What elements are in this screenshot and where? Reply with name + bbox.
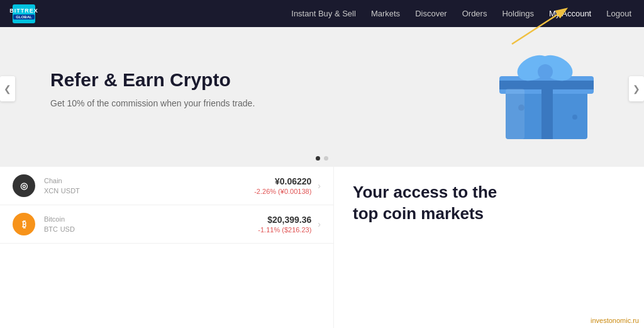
banner-prev-button[interactable]: ❮ (0, 76, 15, 101)
btc-name: Bitcoin (44, 215, 258, 223)
carousel-dots (0, 150, 644, 167)
xcn-price-area: ¥0.06220 -2.26% (¥0.00138) (254, 176, 311, 195)
svg-point-8 (538, 64, 553, 79)
right-panel: Your access to thetop coin markets (333, 167, 644, 328)
nav-discover[interactable]: Discover (415, 9, 447, 18)
logo-badge: GLOBAL (13, 14, 34, 20)
gift-illustration (480, 35, 606, 142)
xcn-name: Chain (44, 177, 254, 184)
btc-change: -1.11% ($216.23) (258, 226, 311, 234)
navbar: BITTREX GLOBAL Instant Buy & Sell Market… (0, 0, 644, 27)
dot-1[interactable] (316, 156, 320, 161)
btc-price: $20,399.36 (258, 215, 311, 225)
xcn-change: -2.26% (¥0.00138) (254, 188, 311, 195)
svg-rect-11 (506, 89, 525, 139)
xcn-info: Chain XCN USDT (44, 177, 254, 195)
content-area: ◎ Chain XCN USDT ¥0.06220 -2.26% (¥0.001… (0, 167, 644, 328)
dot-2[interactable] (324, 156, 328, 161)
logo-text: BITTREX (9, 8, 38, 14)
btc-pair: BTC USD (44, 224, 258, 234)
logo-box: BITTREX GLOBAL (13, 4, 35, 23)
xcn-icon: ◎ (13, 174, 35, 197)
right-panel-title: Your access to thetop coin markets (353, 182, 625, 225)
nav-logout[interactable]: Logout (606, 9, 631, 18)
btc-info: Bitcoin BTC USD (44, 215, 258, 234)
banner: ❮ Refer & Earn Crypto Get 10% of the com… (0, 27, 644, 150)
banner-content: Refer & Earn Crypto Get 10% of the commi… (50, 69, 255, 108)
btc-chevron-icon: › (318, 219, 321, 229)
market-list: ◎ Chain XCN USDT ¥0.06220 -2.26% (¥0.001… (0, 167, 333, 328)
logo[interactable]: BITTREX GLOBAL (13, 4, 35, 23)
banner-subtitle: Get 10% of the commission when your frie… (50, 98, 255, 108)
nav-holdings[interactable]: Holdings (502, 9, 534, 18)
xcn-pair: XCN USDT (44, 186, 254, 195)
svg-point-10 (572, 115, 577, 120)
btc-icon: ₿ (13, 213, 35, 235)
svg-rect-5 (499, 81, 594, 89)
market-item-btc[interactable]: ₿ Bitcoin BTC USD $20,399.36 -1.11% ($21… (0, 205, 333, 244)
svg-rect-4 (541, 89, 553, 139)
nav-orders[interactable]: Orders (462, 9, 487, 18)
nav-links: Instant Buy & Sell Markets Discover Orde… (291, 9, 631, 18)
banner-next-button[interactable]: ❯ (629, 76, 644, 101)
gift-svg (480, 35, 606, 142)
btc-price-area: $20,399.36 -1.11% ($216.23) (258, 215, 311, 234)
xcn-chevron-icon: › (318, 181, 321, 191)
market-item-xcn[interactable]: ◎ Chain XCN USDT ¥0.06220 -2.26% (¥0.001… (0, 167, 333, 205)
nav-markets[interactable]: Markets (371, 9, 400, 18)
xcn-price: ¥0.06220 (254, 176, 311, 186)
nav-instant-buy-sell[interactable]: Instant Buy & Sell (291, 9, 356, 18)
banner-title: Refer & Earn Crypto (50, 69, 255, 91)
nav-my-account[interactable]: My Account (549, 9, 591, 18)
